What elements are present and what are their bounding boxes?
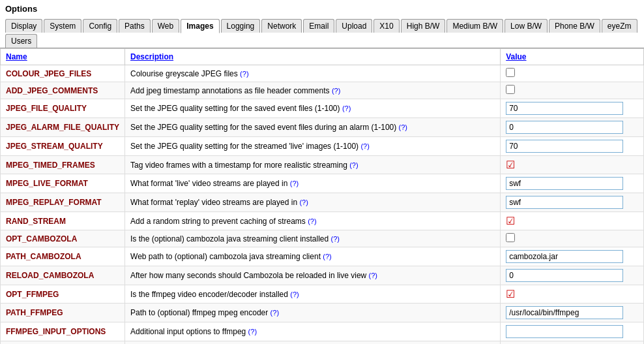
help-link[interactable]: (?) (248, 328, 257, 336)
option-name: OPT_CAMBOZOLA (1, 230, 125, 247)
checkbox-checked[interactable]: ☑ (506, 215, 515, 227)
text-input[interactable] (506, 250, 623, 263)
tab-upload[interactable]: Upload (336, 19, 372, 33)
tab-lowbw[interactable]: Low B/W (505, 19, 548, 33)
help-link[interactable]: (?) (323, 253, 331, 260)
option-name: PATH_FFMPEG (1, 304, 125, 322)
option-description: Web path to (optional) cambozola java st… (125, 247, 501, 266)
option-name: COLOUR_JPEG_FILES (1, 65, 125, 82)
table-row: OPT_CAMBOZOLAIs the (optional) cambozola… (1, 230, 644, 247)
checkbox-checked[interactable]: ☑ (506, 159, 515, 170)
option-value-cell (501, 82, 644, 99)
checkbox-checked[interactable]: ☑ (506, 289, 515, 300)
col-header-name: Name (1, 49, 125, 65)
text-input[interactable] (506, 196, 623, 209)
tab-system[interactable]: System (44, 19, 81, 33)
help-link[interactable]: (?) (369, 272, 377, 279)
option-name: OPT_FFMPEG (1, 285, 125, 304)
option-description: Path to (optional) ffmpeg mpeg encoder (… (125, 304, 501, 322)
option-description: Add a random string to prevent caching o… (125, 212, 501, 230)
tabs-container: DisplaySystemConfigPathsWebImagesLogging… (0, 16, 644, 48)
option-description: What format 'replay' video streams are p… (125, 193, 501, 212)
option-description: Add jpeg timestamp annotations as file h… (125, 82, 501, 99)
help-link[interactable]: (?) (308, 217, 316, 225)
option-value-cell (501, 230, 644, 247)
checkbox-unchecked[interactable] (506, 85, 515, 94)
text-input[interactable] (506, 102, 623, 115)
option-description: Is the (optional) cambozola java streami… (125, 230, 501, 247)
option-value-cell: ☑ (501, 212, 644, 230)
tab-x10[interactable]: X10 (373, 19, 399, 33)
checkbox-unchecked[interactable] (506, 233, 515, 242)
text-input[interactable] (506, 306, 623, 319)
text-input[interactable] (506, 177, 623, 190)
options-area: Name Description Value COLOUR_JPEG_FILES… (0, 48, 644, 344)
option-name: JPEG_STREAM_QUALITY (1, 137, 125, 156)
option-description: Set the JPEG quality setting for the sav… (125, 99, 501, 118)
table-row: JPEG_FILE_QUALITYSet the JPEG quality se… (1, 99, 644, 118)
option-value-cell: ☑ (501, 156, 644, 174)
tab-network[interactable]: Network (261, 19, 302, 33)
option-name: FFMPEG_OUTPUT_OPTIONS (1, 341, 125, 345)
help-link[interactable]: (?) (271, 309, 279, 317)
col-header-description: Description (125, 49, 501, 65)
option-value-cell (501, 65, 644, 82)
option-name: MPEG_LIVE_FORMAT (1, 174, 125, 193)
option-name: JPEG_FILE_QUALITY (1, 99, 125, 118)
option-name: PATH_CAMBOZOLA (1, 247, 125, 266)
help-link[interactable]: (?) (290, 290, 299, 298)
option-value-cell (501, 341, 644, 345)
tab-images[interactable]: Images (181, 19, 219, 33)
table-row: PATH_CAMBOZOLAWeb path to (optional) cam… (1, 247, 644, 266)
table-row: FFMPEG_OUTPUT_OPTIONSAdditional output o… (1, 341, 644, 345)
option-value-cell: ☑ (501, 285, 644, 304)
tab-phonebw[interactable]: Phone B/W (549, 19, 600, 33)
text-input[interactable] (506, 140, 623, 153)
help-link[interactable]: (?) (399, 123, 407, 131)
option-description: Is the ffmpeg video encoder/decoder inst… (125, 285, 501, 304)
option-name: ADD_JPEG_COMMENTS (1, 82, 125, 99)
option-value-cell (501, 322, 644, 341)
help-link[interactable]: (?) (342, 104, 351, 112)
tab-display[interactable]: Display (5, 19, 42, 33)
option-value-cell (501, 137, 644, 156)
option-name: FFMPEG_INPUT_OPTIONS (1, 322, 125, 341)
tab-highbw[interactable]: High B/W (401, 19, 446, 33)
help-link[interactable]: (?) (349, 161, 358, 169)
table-row: COLOUR_JPEG_FILESColourise greyscale JPE… (1, 65, 644, 82)
col-header-value: Value (501, 49, 644, 65)
help-link[interactable]: (?) (240, 70, 248, 78)
help-link[interactable]: (?) (299, 198, 308, 206)
option-value-cell (501, 174, 644, 193)
help-link[interactable]: (?) (331, 235, 340, 243)
option-description: After how many seconds should Cambozola … (125, 266, 501, 285)
option-description: Additional input options to ffmpeg (?) (125, 322, 501, 341)
table-row: JPEG_STREAM_QUALITYSet the JPEG quality … (1, 137, 644, 156)
tab-config[interactable]: Config (83, 19, 117, 33)
checkbox-unchecked[interactable] (506, 68, 515, 77)
table-row: RAND_STREAMAdd a random string to preven… (1, 212, 644, 230)
table-row: PATH_FFMPEGPath to (optional) ffmpeg mpe… (1, 304, 644, 322)
tab-eyezm[interactable]: eyeZm (602, 19, 637, 33)
option-name: MPEG_REPLAY_FORMAT (1, 193, 125, 212)
text-input[interactable] (506, 269, 623, 282)
tab-mediumbw[interactable]: Medium B/W (446, 19, 503, 33)
text-input[interactable] (506, 325, 623, 338)
tab-logging[interactable]: Logging (221, 19, 261, 33)
option-value-cell (501, 304, 644, 322)
help-link[interactable]: (?) (290, 180, 299, 187)
page-title: Options (0, 0, 644, 16)
table-row: ADD_JPEG_COMMENTSAdd jpeg timestamp anno… (1, 82, 644, 99)
help-link[interactable]: (?) (360, 142, 369, 150)
option-value-cell (501, 266, 644, 285)
option-value-cell (501, 247, 644, 266)
table-row: MPEG_LIVE_FORMATWhat format 'live' video… (1, 174, 644, 193)
text-input[interactable] (506, 121, 623, 134)
table-row: OPT_FFMPEGIs the ffmpeg video encoder/de… (1, 285, 644, 304)
tab-web[interactable]: Web (152, 19, 179, 33)
option-description: Set the JPEG quality setting for the sav… (125, 118, 501, 137)
tab-paths[interactable]: Paths (119, 19, 151, 33)
tab-users[interactable]: Users (5, 34, 37, 48)
tab-email[interactable]: Email (303, 19, 334, 33)
help-link[interactable]: (?) (332, 87, 340, 95)
